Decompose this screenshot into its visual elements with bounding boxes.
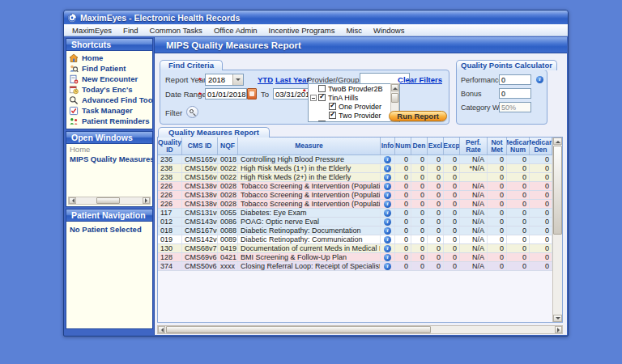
checkbox[interactable]: [329, 103, 336, 110]
checkbox[interactable]: [318, 121, 326, 122]
menu-item-misc[interactable]: Misc: [340, 25, 368, 36]
info-icon[interactable]: i: [384, 245, 391, 252]
info-icon[interactable]: i: [384, 165, 391, 172]
scroll-thumb[interactable]: [391, 93, 398, 103]
info-icon[interactable]: i: [384, 254, 391, 261]
open-windows-hscrollbar[interactable]: [68, 197, 151, 205]
info-icon[interactable]: i: [384, 174, 391, 181]
scroll-thumb[interactable]: [166, 326, 431, 333]
table-row[interactable]: 128CMS69v60421BMI Screening & Follow-Up …: [158, 253, 552, 262]
table-row[interactable]: 226CMS138v60028Tobacco Screening & Inter…: [158, 200, 552, 209]
info-icon[interactable]: i: [384, 263, 391, 270]
info-icon[interactable]: i: [384, 201, 391, 208]
quality-measures-report-tab[interactable]: Quality Measures Report: [158, 127, 270, 138]
date-picker-icon[interactable]: [247, 88, 257, 99]
menu-item-incentive-programs[interactable]: Incentive Programs: [263, 25, 341, 36]
info-icon[interactable]: i: [384, 156, 391, 163]
table-row[interactable]: 117CMS131v60055Diabetes: Eye Exami0000N/…: [158, 209, 552, 218]
column-header-quality-id[interactable]: Quality ID: [158, 138, 182, 154]
sidebar-item-new-encounter[interactable]: New Encounter: [66, 74, 152, 84]
table-row[interactable]: 238CMS156v60022High Risk Meds (2+) in th…: [158, 173, 552, 182]
column-header-not-met[interactable]: Not Met: [488, 138, 507, 154]
collapse-icon[interactable]: [310, 95, 317, 101]
column-header-excl[interactable]: Excl: [428, 138, 444, 154]
checkbox[interactable]: [318, 94, 326, 101]
cell-nqf: 0028: [218, 200, 238, 208]
table-row[interactable]: 012CMS143v60086POAG: Optic nerve Evali00…: [158, 218, 552, 226]
scroll-right-icon[interactable]: [555, 326, 562, 333]
menu-item-maximeyes[interactable]: MaximEyes: [66, 25, 117, 36]
bonus-field[interactable]: 0: [499, 88, 531, 99]
table-row[interactable]: 130CMS68v70419Documentation of current M…: [158, 244, 552, 253]
scroll-right-icon[interactable]: [143, 197, 150, 204]
app-window: MaximEyes - Electronic Health Records Ma…: [63, 10, 569, 336]
info-icon[interactable]: i: [536, 76, 543, 83]
category-weight-field[interactable]: 50%: [499, 102, 531, 112]
column-header-nqf[interactable]: NQF: [218, 138, 238, 154]
collapse-icon[interactable]: [310, 121, 317, 123]
sidebar-item-task-manager[interactable]: Task Manager: [66, 105, 152, 116]
checkbox[interactable]: [329, 112, 336, 119]
table-row[interactable]: 236CMS165v60018Controlling High Blood Pr…: [158, 155, 552, 164]
quality-points-calculator-tab[interactable]: Quality Points Calculator: [456, 60, 557, 70]
column-header-den[interactable]: Den: [411, 138, 428, 154]
menu-item-windows[interactable]: Windows: [368, 25, 411, 36]
sidebar-item-find-patient[interactable]: Find Patient: [66, 63, 152, 74]
info-icon[interactable]: i: [384, 218, 391, 226]
performance-field[interactable]: 0: [499, 74, 531, 85]
info-icon[interactable]: i: [384, 227, 391, 235]
table-row[interactable]: 018CMS167v60088Diabetic Retinopathy: Doc…: [158, 226, 552, 235]
open-window-mips-quality-measures-report[interactable]: MIPS Quality Measures Report: [66, 154, 152, 163]
scroll-thumb[interactable]: [96, 197, 121, 204]
sidebar-item-home[interactable]: Home: [66, 53, 152, 63]
sidebar-item-advanced-find-tool[interactable]: Advanced Find Tool: [66, 95, 152, 105]
column-header-medicare-num[interactable]: Medicare Num: [507, 138, 530, 154]
table-row[interactable]: 019CMS142v60089Diabetic Retinopathy: Com…: [158, 235, 552, 244]
column-header-cms-id[interactable]: CMS ID: [182, 138, 218, 154]
date-from-field[interactable]: 01/01/2018: [205, 88, 247, 99]
report-year-select[interactable]: 2018: [205, 74, 244, 86]
chevron-down-icon[interactable]: [232, 74, 243, 85]
ytd-link[interactable]: YTD: [258, 75, 273, 84]
run-report-button[interactable]: Run Report: [389, 111, 447, 121]
menu-item-common-tasks[interactable]: Common Tasks: [144, 25, 208, 36]
clear-filters-link[interactable]: Clear Filters: [398, 75, 442, 84]
info-icon[interactable]: i: [384, 210, 391, 217]
scroll-thumb[interactable]: [553, 146, 562, 235]
table-row[interactable]: 226CMS138v60028Tobacco Screening & Inter…: [158, 182, 552, 191]
table-row[interactable]: 226CMS138v60028Tobacco Screening & Inter…: [158, 191, 552, 200]
table-vscrollbar[interactable]: [552, 138, 562, 322]
cell-info: i: [381, 262, 395, 270]
tree-node-two-provider[interactable]: Two Provider: [309, 111, 399, 120]
info-icon[interactable]: i: [384, 183, 391, 190]
menu-item-office-admin[interactable]: Office Admin: [208, 25, 263, 36]
column-header-perf-rate[interactable]: Perf. Rate: [460, 138, 488, 154]
scroll-up-icon[interactable]: [553, 138, 562, 145]
tree-node-tina-hills[interactable]: TinA Hills: [309, 93, 399, 102]
tree-node-one-provider[interactable]: One Provider: [309, 102, 399, 111]
open-window-home[interactable]: Home: [66, 144, 152, 154]
checkbox[interactable]: [318, 85, 326, 92]
sidebar-item-today-s-enc-s[interactable]: Today's Enc's: [66, 84, 152, 95]
column-header-medicare-den[interactable]: Medicare Den: [530, 138, 552, 154]
scroll-left-icon[interactable]: [158, 326, 165, 333]
last-year-link[interactable]: Last Year: [275, 75, 309, 84]
main-hscrollbar[interactable]: [157, 325, 563, 334]
table-row[interactable]: 238CMS156v60022High Risk Meds (1+) in th…: [158, 164, 552, 173]
filter-search-icon[interactable]: [186, 106, 198, 118]
sidebar-item-patient-reminders[interactable]: Patient Reminders: [66, 116, 152, 126]
menu-item-find[interactable]: Find: [117, 25, 143, 36]
info-icon[interactable]: i: [384, 192, 391, 199]
scroll-up-icon[interactable]: [391, 84, 398, 91]
tree-node-tinb-den[interactable]: TinB Den: [309, 120, 399, 122]
cell-measure: Tobacco Screening & Intervention (Popula…: [238, 200, 381, 208]
scroll-down-icon[interactable]: [553, 315, 562, 322]
column-header-num[interactable]: Num: [395, 138, 411, 154]
table-row[interactable]: 374CMS50v6xxxxClosing Referral Loop: Rec…: [158, 262, 552, 271]
scroll-left-icon[interactable]: [69, 197, 76, 204]
column-header-info[interactable]: Info: [381, 138, 395, 154]
info-icon[interactable]: i: [384, 236, 391, 243]
column-header-excp[interactable]: Excp: [444, 138, 460, 154]
find-criteria-tab[interactable]: Find Criteria: [160, 60, 223, 70]
column-header-measure[interactable]: Measure: [238, 138, 381, 154]
